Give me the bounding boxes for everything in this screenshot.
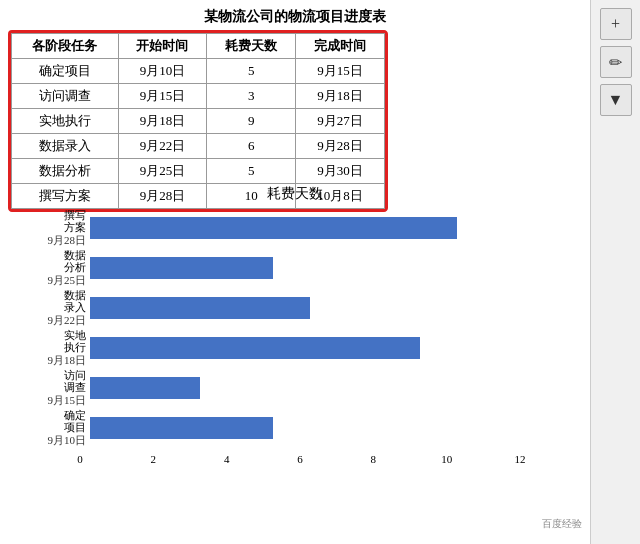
table-cell: 5 [207,159,296,184]
bar [90,417,273,439]
bar [90,377,200,399]
chart-row: 撰写方案9月28日 [10,211,590,245]
table-cell: 9月28日 [296,134,385,159]
table-cell: 确定项目 [12,59,119,84]
table-cell: 9月15日 [118,84,207,109]
y-date-label: 9月28日 [48,234,87,247]
chart-row: 实地执行9月18日 [10,331,590,365]
toolbar-button-1[interactable]: ✏ [600,46,632,78]
table-row: 确定项目9月10日59月15日 [12,59,385,84]
bar [90,337,420,359]
chart-container: 撰写方案9月28日数据分析9月25日数据录入9月22日实地执行9月18日访问调查… [0,211,590,451]
bar-area [90,254,590,282]
toolbar-button-0[interactable]: + [600,8,632,40]
y-task-label: 撰写方案 [64,209,86,233]
y-task-label: 数据录入 [64,289,86,313]
table-row: 数据录入9月22日69月28日 [12,134,385,159]
table-cell: 数据分析 [12,159,119,184]
y-task-label: 实地执行 [64,329,86,353]
y-date-label: 9月10日 [48,434,87,447]
bar-area [90,374,590,402]
table-header-cell: 各阶段任务 [12,34,119,59]
bar-area [90,294,590,322]
y-date-label: 9月25日 [48,274,87,287]
table-header-row: 各阶段任务开始时间耗费天数完成时间 [12,34,385,59]
bar [90,217,457,239]
y-label-group: 数据录入9月22日 [10,289,90,326]
chart-title: 耗费天数 [0,185,590,203]
table-cell: 数据录入 [12,134,119,159]
table-cell: 9月18日 [296,84,385,109]
x-tick-label: 0 [77,453,83,465]
table-cell: 访问调查 [12,84,119,109]
table-cell: 9月30日 [296,159,385,184]
x-tick-label: 10 [441,453,452,465]
watermark: 百度经验 [539,516,585,532]
y-date-label: 9月22日 [48,314,87,327]
table-cell: 6 [207,134,296,159]
chart-row: 访问调查9月15日 [10,371,590,405]
table-header-cell: 开始时间 [118,34,207,59]
data-table: 各阶段任务开始时间耗费天数完成时间 确定项目9月10日59月15日访问调查9月1… [11,33,385,209]
x-axis-row: 024681012 [0,453,590,473]
y-label-group: 确定项目9月10日 [10,409,90,446]
y-label-group: 数据分析9月25日 [10,249,90,286]
table-cell: 9月25日 [118,159,207,184]
bar [90,297,310,319]
y-task-label: 访问调查 [64,369,86,393]
bar-area [90,334,590,362]
bar-area [90,214,590,242]
spreadsheet-title: 某物流公司的物流项目进度表 [4,4,586,30]
chart-row: 确定项目9月10日 [10,411,590,445]
y-task-label: 确定项目 [64,409,86,433]
table-cell: 9月22日 [118,134,207,159]
table-header-cell: 完成时间 [296,34,385,59]
table-cell: 9月18日 [118,109,207,134]
y-date-label: 9月18日 [48,354,87,367]
x-tick-label: 4 [224,453,230,465]
x-tick-label: 12 [515,453,526,465]
table-row: 实地执行9月18日99月27日 [12,109,385,134]
y-label-group: 实地执行9月18日 [10,329,90,366]
y-task-label: 数据分析 [64,249,86,273]
x-tick-label: 2 [151,453,157,465]
y-label-group: 撰写方案9月28日 [10,209,90,246]
bar [90,257,273,279]
chart-row: 数据分析9月25日 [10,251,590,285]
x-tick-label: 8 [371,453,377,465]
table-cell: 实地执行 [12,109,119,134]
y-label-group: 访问调查9月15日 [10,369,90,406]
y-date-label: 9月15日 [48,394,87,407]
chart-area: 耗费天数 撰写方案9月28日数据分析9月25日数据录入9月22日实地执行9月18… [0,185,590,473]
table-cell: 3 [207,84,296,109]
chart-row: 数据录入9月22日 [10,291,590,325]
table-row: 数据分析9月25日59月30日 [12,159,385,184]
toolbar-button-2[interactable]: ▼ [600,84,632,116]
table-header-cell: 耗费天数 [207,34,296,59]
table-cell: 9 [207,109,296,134]
table-cell: 5 [207,59,296,84]
x-axis-labels: 024681012 [80,453,590,473]
table-row: 访问调查9月15日39月18日 [12,84,385,109]
bar-area [90,414,590,442]
table-cell: 9月10日 [118,59,207,84]
table-cell: 9月27日 [296,109,385,134]
table-cell: 9月15日 [296,59,385,84]
x-tick-label: 6 [297,453,303,465]
right-toolbar: +✏▼ [590,0,640,544]
